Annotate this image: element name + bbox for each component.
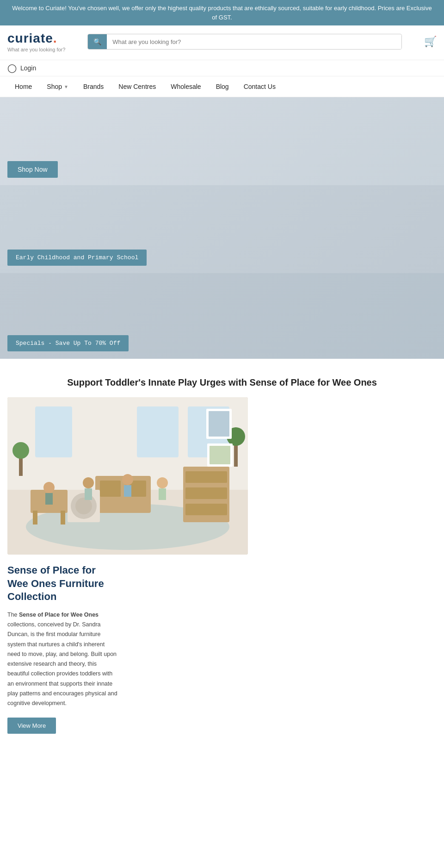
product-image-svg [7, 397, 248, 555]
nav-wholesale-label: Wholesale [171, 83, 201, 90]
nav-item-wholesale[interactable]: Wholesale [163, 76, 208, 97]
login-label: Login [20, 64, 36, 72]
top-banner: Welcome to Curiate! You've chosen well, … [0, 0, 444, 25]
svg-point-23 [122, 474, 133, 485]
svg-point-19 [43, 482, 55, 493]
cart-icon[interactable]: 🛒 [424, 36, 437, 48]
svg-rect-26 [159, 488, 166, 500]
svg-rect-32 [209, 411, 229, 437]
nav-item-home[interactable]: Home [7, 76, 39, 97]
svg-rect-15 [185, 504, 227, 515]
nav-brands-label: Brands [83, 83, 104, 90]
product-info: Sense of Place for Wee Ones Furniture Co… [7, 564, 118, 734]
logo[interactable]: curiate. What are you looking for? [7, 31, 65, 52]
hero-section: Shop Now Early Childhood and Primary Sch… [0, 97, 444, 359]
section-title: Support Toddler's Innate Play Urges with… [0, 359, 444, 397]
desc-body: collections, conceived by Dr. Sandra Dun… [7, 621, 117, 706]
svg-rect-13 [185, 471, 227, 483]
svg-rect-24 [124, 485, 131, 497]
navigation: Home Shop ▼ Brands New Centres Wholesale… [0, 76, 444, 97]
svg-rect-7 [100, 481, 121, 497]
nav-item-contact-us[interactable]: Contact Us [236, 76, 283, 97]
header-top: curiate. What are you looking for? 🔍 🛒 [7, 31, 437, 52]
svg-rect-10 [33, 511, 37, 525]
logo-tagline: What are you looking for? [7, 47, 65, 52]
svg-point-25 [157, 477, 168, 488]
product-image [7, 397, 248, 555]
view-more-button[interactable]: View More [7, 718, 56, 734]
nav-item-new-centres[interactable]: New Centres [111, 76, 163, 97]
logo-text: curiate. [7, 31, 65, 46]
nav-item-brands[interactable]: Brands [76, 76, 111, 97]
nav-item-blog[interactable]: Blog [209, 76, 236, 97]
search-button[interactable]: 🔍 [88, 34, 107, 49]
nav-blog-label: Blog [216, 83, 229, 90]
nav-home-label: Home [15, 83, 32, 90]
nav-new-centres-label: New Centres [118, 83, 156, 90]
chevron-down-icon: ▼ [64, 84, 68, 89]
svg-rect-22 [85, 488, 92, 500]
nav-item-shop[interactable]: Shop ▼ [39, 76, 76, 97]
svg-point-28 [12, 442, 29, 459]
desc-intro: The [7, 612, 19, 618]
product-description: The Sense of Place for Wee Ones collecti… [7, 610, 118, 709]
product-section: Sense of Place for Wee Ones Furniture Co… [0, 397, 444, 752]
search-input[interactable] [107, 35, 401, 49]
banner-message: Welcome to Curiate! You've chosen well, … [12, 5, 432, 21]
logo-dot: . [53, 31, 57, 45]
svg-point-18 [75, 498, 92, 514]
svg-rect-14 [185, 487, 227, 499]
shop-now-button[interactable]: Shop Now [7, 161, 58, 178]
hero-banner-1: Shop Now [0, 97, 444, 185]
desc-bold: Sense of Place for Wee Ones [19, 612, 99, 618]
hero-banner-3: Specials - Save Up To 70% Off [0, 273, 444, 359]
banner-3-label: Specials - Save Up To 70% Off [7, 335, 129, 351]
user-icon: ◯ [7, 63, 17, 73]
login-row[interactable]: ◯ Login [0, 60, 444, 76]
nav-shop-label: Shop [47, 83, 62, 90]
header: curiate. What are you looking for? 🔍 🛒 [0, 25, 444, 60]
banner-2-label: Early Childhood and Primary School [7, 250, 147, 266]
svg-rect-3 [35, 406, 72, 457]
svg-rect-20 [45, 493, 53, 505]
product-title: Sense of Place for Wee Ones Furniture Co… [7, 564, 118, 604]
hero-banner-2: Early Childhood and Primary School [0, 185, 444, 273]
search-bar: 🔍 [87, 34, 402, 50]
svg-rect-11 [61, 511, 65, 525]
svg-rect-4 [137, 406, 179, 457]
svg-point-21 [83, 477, 94, 488]
svg-rect-34 [210, 446, 230, 464]
nav-contact-us-label: Contact Us [244, 83, 276, 90]
